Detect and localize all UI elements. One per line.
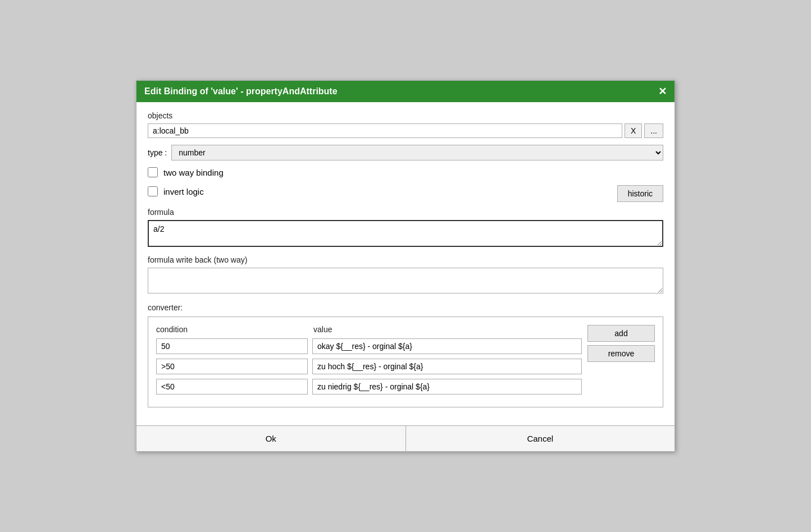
formula-textarea[interactable]: a/2 (148, 220, 663, 247)
two-way-binding-checkbox[interactable] (148, 167, 158, 177)
converter-rows-and-btns: condition value (156, 325, 655, 399)
converter-row-1 (156, 338, 582, 354)
formula-label: formula (148, 208, 663, 217)
converter-row-3 (156, 379, 582, 395)
checkboxes-col: two way binding invert logic (148, 167, 224, 202)
edit-binding-dialog: Edit Binding of 'value' - propertyAndAtt… (136, 80, 675, 452)
dialog-header: Edit Binding of 'value' - propertyAndAtt… (136, 81, 675, 102)
dialog-body: objects X ... type : number string boole… (136, 102, 675, 425)
dialog-title: Edit Binding of 'value' - propertyAndAtt… (144, 86, 338, 97)
two-way-binding-label: two way binding (163, 168, 224, 177)
objects-label: objects (148, 111, 663, 120)
converter-label: converter: (148, 303, 663, 312)
converter-rows-col: condition value (156, 325, 582, 399)
dialog-footer: Ok Cancel (136, 425, 675, 451)
type-label: type : (148, 148, 167, 157)
converter-box: condition value (148, 317, 663, 407)
type-row: type : number string boolean date (148, 145, 663, 160)
type-select[interactable]: number string boolean date (171, 145, 663, 160)
converter-value-2[interactable] (312, 359, 582, 374)
converter-row-2 (156, 359, 582, 374)
converter-value-1[interactable] (312, 338, 582, 354)
converter-condition-header: condition (156, 325, 313, 334)
converter-condition-1[interactable] (156, 338, 308, 354)
close-button[interactable]: ✕ (658, 86, 667, 97)
two-way-binding-row: two way binding (148, 167, 224, 177)
checkboxes-and-historic: two way binding invert logic historic (148, 167, 663, 202)
converter-remove-button[interactable]: remove (587, 345, 655, 362)
objects-browse-button[interactable]: ... (644, 123, 663, 138)
objects-clear-button[interactable]: X (625, 123, 642, 138)
converter-add-button[interactable]: add (587, 325, 655, 342)
converter-value-header: value (313, 325, 582, 334)
historic-button[interactable]: historic (617, 185, 663, 202)
converter-buttons: add remove (587, 325, 655, 399)
converter-condition-3[interactable] (156, 379, 308, 395)
converter-value-3[interactable] (312, 379, 582, 395)
converter-condition-2[interactable] (156, 359, 308, 374)
ok-button[interactable]: Ok (136, 426, 406, 451)
formula-writeback-textarea[interactable] (148, 268, 663, 293)
objects-input[interactable] (148, 123, 622, 138)
invert-logic-checkbox[interactable] (148, 186, 158, 196)
objects-row: X ... (148, 123, 663, 138)
invert-logic-label: invert logic (163, 187, 204, 196)
formula-writeback-label: formula write back (two way) (148, 255, 663, 264)
converter-header: condition value (156, 325, 582, 334)
invert-logic-row: invert logic (148, 186, 224, 196)
cancel-button[interactable]: Cancel (406, 426, 675, 451)
